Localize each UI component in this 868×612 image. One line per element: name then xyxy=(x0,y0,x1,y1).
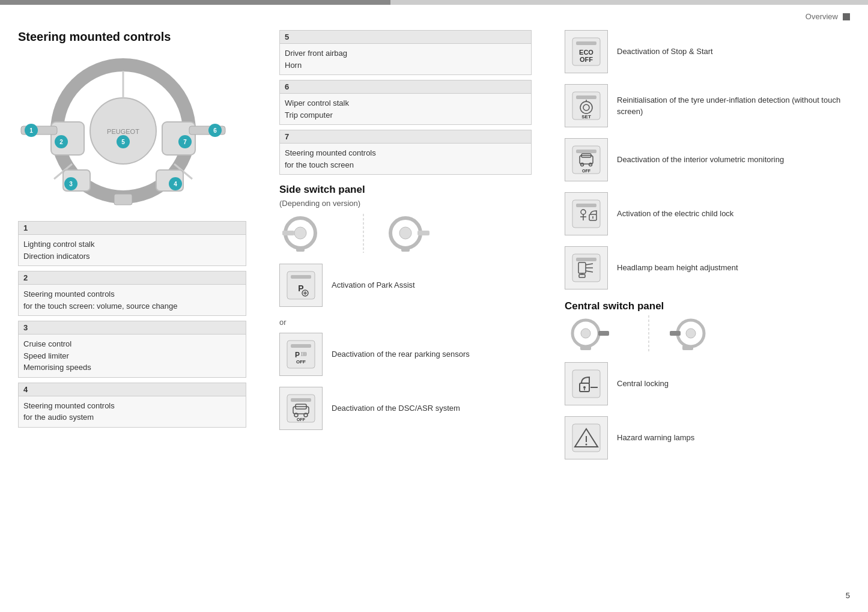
steering-wheel-illustration: PEUGEOT 1 xyxy=(18,53,246,209)
item-boxes-left: 1 Lighting control stalkDirection indica… xyxy=(18,221,258,428)
set-row: SET Reinitialisation of the tyre under-i… xyxy=(565,84,856,127)
item-2-number: 2 xyxy=(19,271,246,285)
svg-text:1: 1 xyxy=(29,127,33,134)
central-locking-icon xyxy=(565,362,608,405)
header-bar xyxy=(0,0,868,5)
header-section-dark xyxy=(0,0,390,5)
svg-point-103 xyxy=(586,444,587,446)
parking-sensors-icon: P )))) OFF xyxy=(279,333,323,376)
svg-rect-94 xyxy=(670,331,681,336)
svg-point-33 xyxy=(399,227,411,239)
headlamp-desc: Headlamp beam height adjustment xyxy=(617,262,738,274)
item-2-content: Steering mounted controlsfor the touch s… xyxy=(19,285,246,315)
header-label: Overview xyxy=(806,12,838,21)
svg-text:OFF: OFF xyxy=(297,417,306,422)
item-box-1: 1 Lighting control stalkDirection indica… xyxy=(18,221,246,266)
set-desc: Reinitialisation of the tyre under-infla… xyxy=(617,94,856,118)
svg-rect-12 xyxy=(114,194,132,205)
park-assist-row: P Activation of Park Assist xyxy=(279,264,550,307)
child-lock-desc: Activation of the electric child lock xyxy=(617,208,733,220)
parking-sensors-row: P )))) OFF Deactivation of the rear park… xyxy=(279,333,550,376)
eco-off-icon: ECO OFF xyxy=(565,30,608,73)
central-switch-illustration xyxy=(565,315,856,353)
item-4-content: Steering mounted controlsfor the audio s… xyxy=(19,396,246,427)
set-icon: SET xyxy=(565,84,608,127)
vol-monitoring-row: OFF Deactivation of the interior volumet… xyxy=(565,138,856,181)
item-3-number: 3 xyxy=(19,321,246,335)
central-locking-desc: Central locking xyxy=(617,378,669,390)
item-6-content: Wiper control stalkTrip computer xyxy=(280,94,531,124)
item-5-number: 5 xyxy=(280,31,531,44)
side-panel-title: Side switch panel xyxy=(279,184,550,196)
item-5-content: Driver front airbagHorn xyxy=(280,44,531,74)
svg-text:SET: SET xyxy=(581,114,591,120)
header-square-icon xyxy=(843,13,850,20)
park-assist-icon: P xyxy=(279,264,323,307)
or-label: or xyxy=(279,318,550,327)
item-box-2: 2 Steering mounted controlsfor the touch… xyxy=(18,271,246,316)
headlamp-row: Headlamp beam height adjustment xyxy=(565,246,856,289)
svg-text:5: 5 xyxy=(121,139,125,145)
svg-text:OFF: OFF xyxy=(580,56,593,63)
item-1-number: 1 xyxy=(19,222,246,235)
svg-rect-48 xyxy=(291,398,311,402)
svg-text:P: P xyxy=(295,351,300,359)
dsc-asr-row: OFF Deactivation of the DSC/ASR system xyxy=(279,387,550,430)
item-box-4: 4 Steering mounted controlsfor the audio… xyxy=(18,383,246,428)
svg-text:ECO: ECO xyxy=(579,49,593,56)
svg-rect-88 xyxy=(580,345,591,350)
svg-text:PEUGEOT: PEUGEOT xyxy=(107,128,139,135)
page-header: Overview xyxy=(806,12,850,21)
item-boxes-mid: 5 Driver front airbagHorn 6 Wiper contro… xyxy=(279,30,550,175)
vol-monitoring-desc: Deactivation of the interior volumetric … xyxy=(617,154,784,166)
right-column: ECO OFF Deactivation of Stop & Start SET xyxy=(559,30,868,588)
main-content: Steering mounted controls PEUGEOT xyxy=(0,30,868,588)
dsc-asr-icon: OFF xyxy=(279,387,323,430)
hazard-warning-icon xyxy=(565,416,608,459)
main-title: Steering mounted controls xyxy=(18,30,258,44)
dsc-asr-desc: Deactivation of the DSC/ASR system xyxy=(332,402,460,414)
hazard-warning-desc: Hazard warning lamps xyxy=(617,432,694,444)
svg-text:7: 7 xyxy=(183,139,187,145)
svg-text:2: 2 xyxy=(59,139,63,145)
svg-text:6: 6 xyxy=(213,127,217,134)
item-box-7: 7 Steering mounted controlsfor the touch… xyxy=(279,130,532,175)
svg-rect-37 xyxy=(291,275,311,279)
svg-rect-93 xyxy=(682,345,693,350)
central-panel-title: Central switch panel xyxy=(565,300,856,312)
child-lock-row: Activation of the electric child lock xyxy=(565,192,856,235)
svg-point-28 xyxy=(294,227,306,239)
svg-rect-59 xyxy=(576,95,596,99)
park-assist-desc: Activation of Park Assist xyxy=(332,279,415,291)
vol-monitoring-icon: OFF xyxy=(565,138,608,181)
eco-off-desc: Deactivation of Stop & Start xyxy=(617,46,713,58)
side-panel-note: (Depending on version) xyxy=(279,199,550,208)
headlamp-icon xyxy=(565,246,608,289)
item-box-3: 3 Cruise controlSpeed limiterMemorising … xyxy=(18,321,246,378)
parking-sensors-desc: Deactivation of the rear parking sensors xyxy=(332,348,470,360)
item-4-number: 4 xyxy=(19,383,246,396)
page-number: 5 xyxy=(846,591,850,600)
svg-rect-65 xyxy=(576,150,596,153)
central-locking-row: Central locking xyxy=(565,362,856,405)
svg-point-97 xyxy=(583,386,586,389)
child-lock-icon xyxy=(565,192,608,235)
svg-rect-55 xyxy=(576,41,596,45)
svg-point-92 xyxy=(686,329,696,338)
svg-rect-89 xyxy=(598,331,609,336)
svg-rect-29 xyxy=(296,247,305,252)
left-column: Steering mounted controls PEUGEOT xyxy=(0,30,270,588)
side-switch-illustration xyxy=(279,214,550,255)
item-1-content: Lighting control stalkDirection indicato… xyxy=(19,235,246,265)
item-box-6: 6 Wiper control stalkTrip computer xyxy=(279,80,532,125)
svg-text:OFF: OFF xyxy=(582,169,591,173)
item-6-number: 6 xyxy=(280,80,531,94)
svg-point-87 xyxy=(581,329,590,338)
item-box-5: 5 Driver front airbagHorn xyxy=(279,30,532,75)
svg-text:)))): )))) xyxy=(301,351,306,356)
svg-text:OFF: OFF xyxy=(296,359,306,365)
svg-rect-34 xyxy=(401,247,410,252)
eco-off-row: ECO OFF Deactivation of Stop & Start xyxy=(565,30,856,73)
svg-rect-43 xyxy=(291,344,311,348)
svg-rect-30 xyxy=(282,231,294,235)
